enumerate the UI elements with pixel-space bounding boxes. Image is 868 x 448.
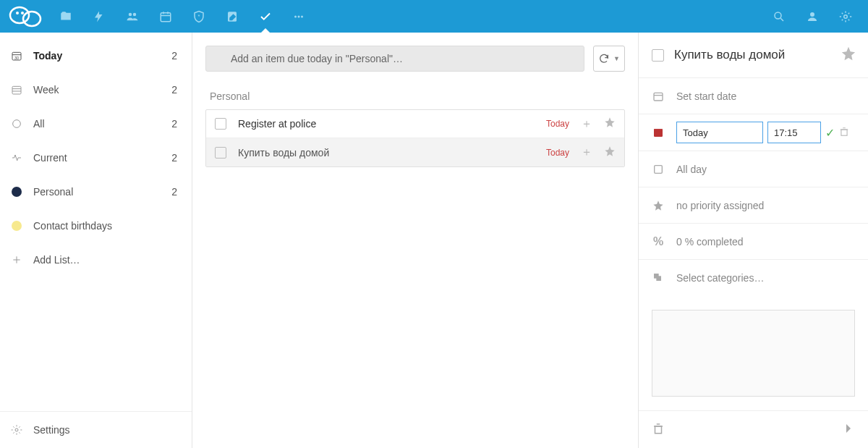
star-icon xyxy=(652,200,665,211)
detail-checkbox[interactable] xyxy=(652,49,664,62)
pulse-icon xyxy=(10,151,23,164)
task-due: Today xyxy=(546,148,569,158)
sidebar-item-week[interactable]: Week2 xyxy=(0,72,192,106)
completed-label: 0 % completed xyxy=(676,236,855,248)
notes-textarea[interactable] xyxy=(652,310,855,397)
detail-allday-row[interactable]: All day xyxy=(639,151,868,187)
app-logo[interactable] xyxy=(6,4,46,29)
nav-notes-icon[interactable] xyxy=(216,0,249,33)
svg-line-14 xyxy=(780,18,783,21)
categories-icon xyxy=(652,272,665,284)
svg-rect-4 xyxy=(161,12,171,21)
list-color-dot xyxy=(10,219,23,232)
svg-point-26 xyxy=(15,428,18,431)
detail-categories-row[interactable]: Select categories… xyxy=(639,259,868,295)
chevron-down-icon: ▼ xyxy=(613,55,620,62)
percent-icon: % xyxy=(652,235,665,248)
svg-point-23 xyxy=(13,119,21,127)
svg-rect-20 xyxy=(12,86,21,94)
sidebar: 30Today2Week2All2Current2Personal2Contac… xyxy=(0,33,192,448)
task-star-icon[interactable] xyxy=(604,117,616,131)
sidebar-item-all[interactable]: All2 xyxy=(0,106,192,140)
svg-point-11 xyxy=(298,15,300,17)
detail-star-icon[interactable] xyxy=(841,46,856,64)
svg-point-1 xyxy=(23,12,41,26)
svg-point-0 xyxy=(10,7,29,23)
svg-rect-32 xyxy=(655,165,663,173)
nav-passwords-icon[interactable]: * xyxy=(182,0,216,33)
sidebar-item-add[interactable]: Add List… xyxy=(0,242,192,276)
detail-completed-row[interactable]: % 0 % completed xyxy=(639,223,868,259)
cal-today-icon: 30 xyxy=(10,49,23,62)
detail-title[interactable]: Купить воды домой xyxy=(674,48,830,62)
sidebar-item-current[interactable]: Current2 xyxy=(0,140,192,174)
confirm-check-icon[interactable]: ✓ xyxy=(825,126,835,140)
nav-tasks-icon[interactable] xyxy=(249,0,282,33)
sidebar-item-count: 2 xyxy=(171,118,177,130)
categories-label: Select categories… xyxy=(676,272,855,284)
search-icon[interactable] xyxy=(762,0,796,33)
add-task-box[interactable] xyxy=(205,46,584,72)
nav-calendar-icon[interactable] xyxy=(149,0,182,33)
delete-task-icon[interactable] xyxy=(652,422,665,438)
section-header: Personal xyxy=(205,90,625,102)
task-title: Register at police xyxy=(238,118,535,130)
sidebar-item-label: Add List… xyxy=(33,254,167,266)
task-row[interactable]: Купить воды домойToday＋ xyxy=(206,138,624,166)
task-row[interactable]: Register at policeToday＋ xyxy=(206,110,624,138)
add-subtask-icon[interactable]: ＋ xyxy=(581,117,592,132)
svg-rect-30 xyxy=(654,129,663,131)
top-toolbar: * xyxy=(0,0,868,33)
sidebar-item-count: 2 xyxy=(171,152,177,164)
detail-notes-row xyxy=(639,295,868,407)
user-icon[interactable] xyxy=(796,0,829,33)
due-date-input[interactable] xyxy=(676,122,763,143)
sidebar-item-count: 2 xyxy=(171,50,177,62)
task-list: Register at policeToday＋Купить воды домо… xyxy=(205,109,625,167)
add-subtask-icon[interactable]: ＋ xyxy=(581,145,592,160)
clear-date-icon[interactable] xyxy=(839,127,849,139)
task-title: Купить воды домой xyxy=(238,147,535,159)
svg-point-2 xyxy=(16,12,19,14)
task-star-icon[interactable] xyxy=(604,145,616,160)
sidebar-item-today[interactable]: 30Today2 xyxy=(0,38,192,72)
nav-activity-icon[interactable] xyxy=(82,0,116,33)
sidebar-settings[interactable]: Settings xyxy=(0,412,192,448)
sidebar-item-personal[interactable]: Personal2 xyxy=(0,174,192,208)
allday-label: All day xyxy=(676,164,855,175)
nav-contacts-icon[interactable] xyxy=(116,0,149,33)
nav-files-icon[interactable] xyxy=(49,0,82,33)
sync-button[interactable]: ▼ xyxy=(593,46,625,72)
sidebar-item-label: Today xyxy=(33,50,161,62)
detail-due-date-row: ✓ xyxy=(639,114,868,151)
svg-text:30: 30 xyxy=(14,55,19,59)
svg-rect-27 xyxy=(654,93,663,101)
detail-priority-row[interactable]: no priority assigned xyxy=(639,187,868,223)
detail-start-date-row[interactable]: Set start date xyxy=(639,77,868,114)
task-checkbox[interactable] xyxy=(215,147,226,159)
priority-label: no priority assigned xyxy=(676,200,855,211)
svg-point-3 xyxy=(21,12,24,14)
close-details-icon[interactable] xyxy=(842,422,855,438)
cal-week-icon xyxy=(10,83,23,96)
sidebar-item-count: 2 xyxy=(171,186,177,198)
sidebar-item-label: Contact birthdays xyxy=(33,220,167,232)
list-color-dot xyxy=(10,185,23,198)
add-task-input[interactable] xyxy=(231,53,559,64)
start-date-label: Set start date xyxy=(676,90,855,102)
plus-icon xyxy=(10,253,23,266)
svg-point-16 xyxy=(844,14,848,18)
due-time-input[interactable] xyxy=(767,122,821,143)
sidebar-item-label: Personal xyxy=(33,186,161,198)
calendar-icon xyxy=(652,90,665,102)
svg-point-15 xyxy=(810,12,814,17)
sidebar-item-birthdays[interactable]: Contact birthdays xyxy=(0,208,192,242)
nav-more-icon[interactable] xyxy=(282,0,315,33)
svg-text:*: * xyxy=(198,13,200,20)
sidebar-item-count: 2 xyxy=(171,84,177,96)
settings-label: Settings xyxy=(33,424,177,436)
task-checkbox[interactable] xyxy=(215,118,226,130)
svg-point-12 xyxy=(301,15,303,17)
settings-gear-icon[interactable] xyxy=(829,0,862,33)
gear-icon xyxy=(10,423,23,436)
